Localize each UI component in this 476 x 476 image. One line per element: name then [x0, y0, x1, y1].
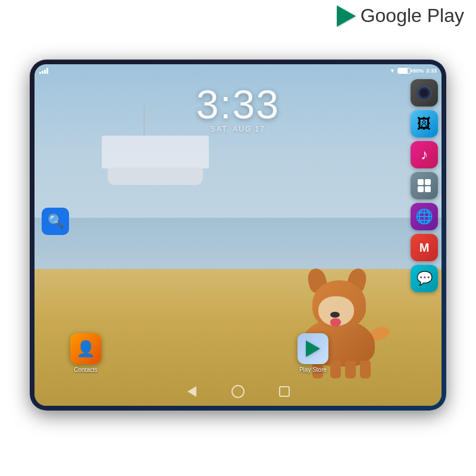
- gallery-icon: 🖼: [417, 115, 431, 132]
- grid-icon: [415, 177, 433, 195]
- status-right: ▼ 80% 3:33: [390, 68, 437, 74]
- status-bar: ▼ 80% 3:33: [35, 64, 441, 77]
- bottom-apps: 👤 Contacts Play Store: [70, 333, 328, 373]
- play-icon: [337, 5, 356, 27]
- battery-percent: 80%: [413, 68, 424, 74]
- back-icon: [187, 386, 196, 397]
- battery-icon: [397, 68, 411, 74]
- gmail-app-icon[interactable]: M: [411, 234, 438, 261]
- back-button[interactable]: [183, 383, 200, 400]
- messages-app-icon[interactable]: 💬: [411, 265, 438, 292]
- camera-lens-icon: [416, 84, 433, 101]
- playstore-app-icon: [298, 333, 328, 364]
- contacts-app[interactable]: 👤 Contacts: [70, 333, 101, 373]
- playstore-app[interactable]: Play Store: [298, 333, 328, 373]
- tablet-screen: ▼ 80% 3:33 3:33 SAT, AUG 17 🔍: [35, 64, 441, 406]
- music-app-icon[interactable]: ♪: [411, 141, 438, 168]
- status-left: [39, 68, 48, 74]
- gmail-icon: M: [419, 241, 430, 255]
- status-time: 3:33: [426, 68, 437, 74]
- home-button[interactable]: [230, 383, 246, 400]
- search-widget[interactable]: 🔍: [42, 208, 69, 235]
- tablet-shell: ▼ 80% 3:33 3:33 SAT, AUG 17 🔍: [30, 60, 446, 411]
- recent-button[interactable]: [276, 383, 293, 400]
- google-play-badge[interactable]: Google Play: [337, 5, 464, 27]
- contacts-person-icon: 👤: [76, 340, 95, 358]
- right-sidebar: 🖼 ♪ 🌐 M: [411, 79, 438, 292]
- boat-silhouette: [96, 126, 215, 185]
- browser-app-icon[interactable]: 🌐: [411, 203, 438, 230]
- playstore-bg: [298, 333, 328, 364]
- contacts-app-icon: 👤: [70, 333, 101, 364]
- playstore-label: Play Store: [299, 367, 327, 373]
- playstore-arrow-icon: [306, 340, 320, 357]
- nav-bar: [183, 383, 293, 400]
- camera-app-icon[interactable]: [411, 79, 438, 107]
- clock-display: 3:33 SAT, AUG 17: [196, 81, 280, 133]
- contacts-label: Contacts: [74, 367, 97, 373]
- messages-icon: 💬: [416, 271, 433, 286]
- apps-grid-icon[interactable]: [411, 172, 438, 199]
- clock-time: 3:33: [196, 81, 280, 127]
- home-icon: [231, 385, 245, 398]
- browser-icon: 🌐: [415, 208, 433, 225]
- search-icon: 🔍: [48, 214, 64, 229]
- music-icon: ♪: [421, 146, 428, 163]
- recent-icon: [279, 386, 290, 397]
- wifi-icon: ▼: [390, 68, 395, 74]
- google-play-text: Google Play: [361, 5, 464, 27]
- signal-icon: [39, 68, 48, 74]
- gallery-app-icon[interactable]: 🖼: [411, 110, 438, 137]
